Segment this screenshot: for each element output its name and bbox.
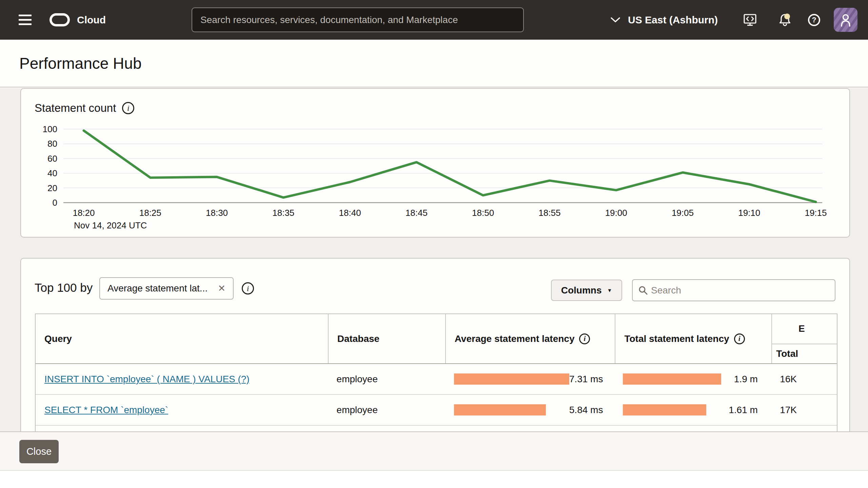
svg-text:18:50: 18:50 <box>472 208 494 218</box>
total-latency-value: 1.61 m <box>721 405 770 415</box>
svg-text:19:15: 19:15 <box>805 208 827 218</box>
table-search-input[interactable] <box>651 285 829 296</box>
table-search-box <box>632 279 835 301</box>
region-label: US East (Ashburn) <box>628 14 718 26</box>
svg-text:20: 20 <box>47 183 57 193</box>
page-header: Performance Hub <box>0 40 868 87</box>
latency-bar-track <box>623 373 721 385</box>
table-header-row: Query Database Average statement latency… <box>36 314 837 364</box>
top-100-title: Top 100 by <box>35 281 93 294</box>
page-title: Performance Hub <box>19 54 142 73</box>
svg-text:40: 40 <box>47 168 57 178</box>
column-header-query[interactable]: Query <box>36 314 329 363</box>
bell-icon[interactable] <box>777 0 792 40</box>
svg-text:18:35: 18:35 <box>272 208 294 218</box>
latency-bar-track <box>454 373 569 385</box>
avg-latency-value: 5.84 ms <box>569 405 614 415</box>
latency-bar <box>623 373 721 385</box>
svg-text:18:30: 18:30 <box>206 208 228 218</box>
column-header-total-latency[interactable]: Total statement latency i <box>615 314 772 363</box>
svg-text:19:00: 19:00 <box>605 208 627 218</box>
chart-title: Statement count <box>35 102 116 115</box>
total-latency-value: 1.9 m <box>721 374 770 385</box>
avg-latency-value: 7.31 ms <box>569 374 614 385</box>
user-avatar[interactable] <box>834 8 857 32</box>
content-area: Statement count i 02040608010018:2018:25… <box>0 88 868 431</box>
database-cell: employee <box>337 405 378 415</box>
statement-count-chart: 02040608010018:2018:2518:3018:3518:4018:… <box>21 119 849 236</box>
svg-text:18:20: 18:20 <box>73 208 95 218</box>
global-search-input[interactable] <box>192 7 524 32</box>
caret-down-icon: ▼ <box>607 287 612 293</box>
executions-total-cell: 16K <box>780 374 797 385</box>
svg-text:Nov 14, 2024 UTC: Nov 14, 2024 UTC <box>74 220 147 230</box>
query-link[interactable]: INSERT INTO `employee` ( NAME ) VALUES (… <box>44 374 250 385</box>
person-icon <box>838 12 853 28</box>
executions-total-cell: 17K <box>780 405 797 415</box>
table-body: INSERT INTO `employee` ( NAME ) VALUES (… <box>36 364 837 426</box>
top-navbar: Cloud US East (Ashburn) ? <box>0 0 868 40</box>
svg-text:18:45: 18:45 <box>406 208 428 218</box>
svg-text:0: 0 <box>53 198 57 208</box>
table-row <box>36 426 837 431</box>
executions-group-label: E <box>772 314 837 344</box>
chevron-down-icon <box>610 17 620 23</box>
svg-text:80: 80 <box>47 139 57 149</box>
chip-close-icon[interactable]: ✕ <box>218 284 225 293</box>
region-selector[interactable]: US East (Ashburn) <box>610 0 718 40</box>
console-icon[interactable] <box>743 0 757 40</box>
hamburger-menu-icon[interactable] <box>19 13 32 27</box>
notification-dot <box>784 14 790 19</box>
latency-bar-track <box>454 404 569 415</box>
close-button[interactable]: Close <box>19 440 59 463</box>
brand-label: Cloud <box>77 14 106 26</box>
svg-text:19:05: 19:05 <box>672 208 694 218</box>
latency-bar-track <box>623 404 721 415</box>
svg-text:100: 100 <box>43 124 57 134</box>
sort-filter-chip[interactable]: Average statement lat... ✕ <box>99 277 234 300</box>
search-icon <box>638 285 648 296</box>
column-header-executions[interactable]: E Total <box>772 314 837 363</box>
info-icon[interactable]: i <box>242 282 254 294</box>
info-icon[interactable]: i <box>734 333 745 344</box>
columns-button[interactable]: Columns ▼ <box>551 280 622 301</box>
latency-bar <box>454 404 546 415</box>
executions-total-label: Total <box>772 344 837 363</box>
info-icon[interactable]: i <box>122 102 134 114</box>
column-header-database[interactable]: Database <box>329 314 446 363</box>
svg-text:19:10: 19:10 <box>738 208 760 218</box>
latency-bar <box>454 373 569 385</box>
footer-bar: Close <box>0 431 868 471</box>
query-link[interactable]: SELECT * FROM `employee` <box>44 405 168 415</box>
top-100-card: Top 100 by Average statement lat... ✕ i … <box>20 258 850 431</box>
help-icon[interactable]: ? <box>808 0 820 40</box>
svg-text:18:25: 18:25 <box>139 208 161 218</box>
info-icon[interactable]: i <box>579 333 590 344</box>
sort-filter-label: Average statement lat... <box>107 283 211 294</box>
top-queries-table: Query Database Average statement latency… <box>35 313 837 431</box>
svg-text:60: 60 <box>47 154 57 164</box>
statement-count-card: Statement count i 02040608010018:2018:25… <box>20 88 850 238</box>
table-row: SELECT * FROM `employee`employee5.84 ms1… <box>36 395 837 426</box>
oracle-logo <box>50 13 70 26</box>
svg-text:18:55: 18:55 <box>538 208 560 218</box>
latency-bar <box>623 404 706 415</box>
svg-text:18:40: 18:40 <box>339 208 361 218</box>
column-header-avg-latency[interactable]: Average statement latency i <box>446 314 616 363</box>
database-cell: employee <box>337 374 378 385</box>
table-row: INSERT INTO `employee` ( NAME ) VALUES (… <box>36 364 837 395</box>
